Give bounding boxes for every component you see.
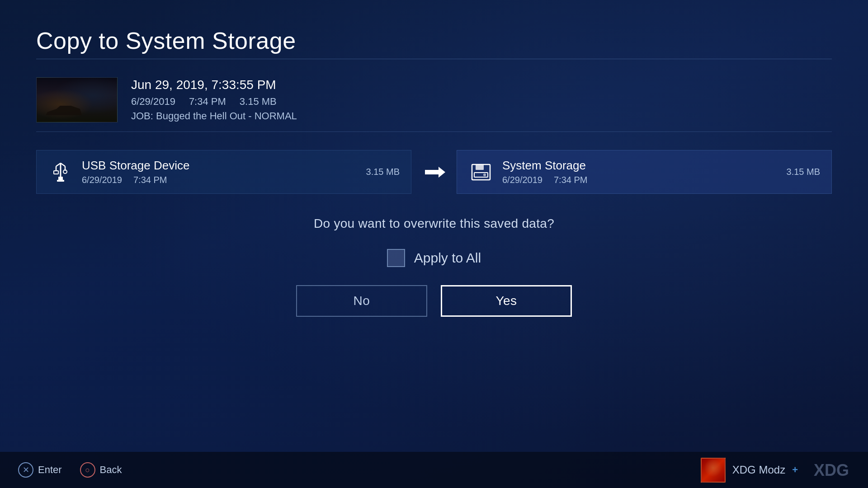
apply-all-row[interactable]: Apply to All	[387, 249, 481, 267]
save-date: 6/29/2019	[131, 96, 175, 108]
usb-icon	[48, 160, 73, 184]
yes-button[interactable]: Yes	[441, 285, 572, 317]
svg-rect-8	[57, 180, 64, 182]
overwrite-question: Do you want to overwrite this saved data…	[314, 216, 554, 231]
svg-point-13	[483, 174, 486, 176]
source-time: 7:34 PM	[133, 175, 167, 185]
transfer-arrow-icon	[420, 163, 448, 181]
system-storage-icon	[468, 160, 493, 184]
title-divider	[36, 59, 832, 59]
no-button[interactable]: No	[296, 285, 427, 317]
svg-text:XDG: XDG	[814, 461, 849, 479]
source-size: 3.15 MB	[366, 167, 400, 177]
svg-marker-9	[425, 167, 445, 178]
destination-size: 3.15 MB	[787, 167, 820, 177]
destination-storage-details: System Storage 6/29/2019 7:34 PM	[502, 159, 778, 185]
save-card: Jun 29, 2019, 7:33:55 PM 6/29/2019 7:34 …	[36, 77, 832, 132]
apply-all-label: Apply to All	[414, 250, 481, 266]
source-date: 6/29/2019	[82, 175, 122, 185]
user-info: XDG Modz + XDG	[701, 458, 850, 483]
back-control: ○ Back	[80, 462, 122, 478]
destination-storage-box: System Storage 6/29/2019 7:34 PM 3.15 MB	[457, 150, 832, 194]
save-datetime-large: Jun 29, 2019, 7:33:55 PM	[131, 78, 832, 92]
source-name: USB Storage Device	[82, 159, 357, 173]
back-label: Back	[100, 464, 122, 476]
save-size: 3.15 MB	[240, 96, 277, 108]
bottom-controls: ✕ Enter ○ Back	[18, 462, 701, 478]
source-storage-box: USB Storage Device 6/29/2019 7:34 PM 3.1…	[36, 150, 411, 194]
ps-plus-badge: +	[792, 464, 798, 476]
source-meta: 6/29/2019 7:34 PM	[82, 175, 357, 185]
source-storage-details: USB Storage Device 6/29/2019 7:34 PM	[82, 159, 357, 185]
enter-label: Enter	[38, 464, 62, 476]
apply-all-checkbox[interactable]	[387, 249, 405, 267]
username: XDG Modz	[732, 464, 785, 476]
save-job: JOB: Bugged the Hell Out - NORMAL	[131, 110, 832, 122]
user-avatar	[701, 458, 726, 483]
bottom-bar: ✕ Enter ○ Back XDG Modz + XDG	[0, 452, 868, 488]
page-title: Copy to System Storage	[36, 27, 832, 54]
button-row: No Yes	[296, 285, 572, 317]
svg-rect-11	[476, 164, 484, 170]
brand-logo: XDG	[814, 458, 850, 483]
destination-date: 6/29/2019	[502, 175, 542, 185]
save-meta: 6/29/2019 7:34 PM 3.15 MB	[131, 96, 832, 108]
transfer-row: USB Storage Device 6/29/2019 7:34 PM 3.1…	[36, 150, 832, 194]
svg-rect-5	[54, 171, 58, 174]
destination-name: System Storage	[502, 159, 778, 173]
save-thumbnail	[36, 77, 118, 122]
enter-control: ✕ Enter	[18, 462, 62, 478]
save-time: 7:34 PM	[189, 96, 226, 108]
save-info: Jun 29, 2019, 7:33:55 PM 6/29/2019 7:34 …	[131, 78, 832, 122]
x-button-icon: ✕	[18, 462, 33, 478]
o-button-icon: ○	[80, 462, 95, 478]
destination-meta: 6/29/2019 7:34 PM	[502, 175, 778, 185]
destination-time: 7:34 PM	[554, 175, 587, 185]
svg-rect-7	[58, 177, 63, 180]
dialog-center: Do you want to overwrite this saved data…	[36, 216, 832, 317]
page-container: Copy to System Storage Jun 29, 2019, 7:3…	[0, 0, 868, 488]
